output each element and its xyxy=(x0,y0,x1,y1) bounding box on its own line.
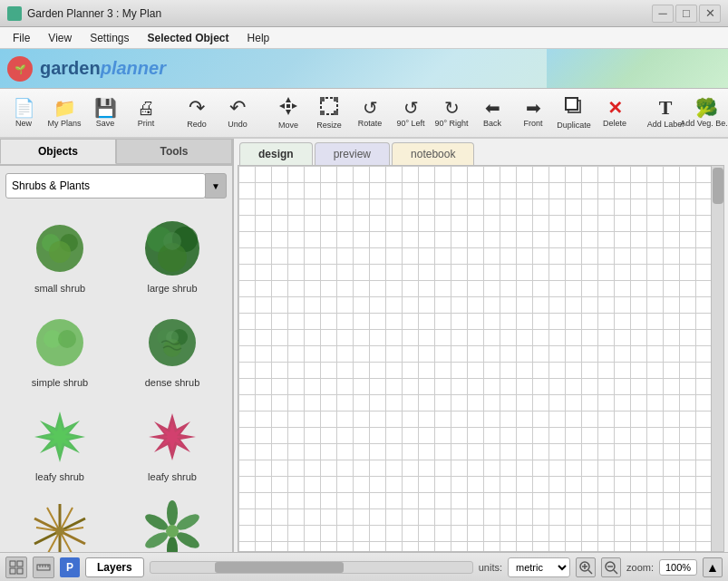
object-small-shrub[interactable]: small shrub xyxy=(5,209,114,300)
maximize-button[interactable]: □ xyxy=(675,5,697,23)
small-shrub-icon xyxy=(27,216,92,281)
horizontal-scrollbar[interactable] xyxy=(150,561,473,574)
delete-button[interactable]: ✕ Delete xyxy=(595,91,635,136)
tab-notebook[interactable]: notebook xyxy=(392,142,474,165)
menu-view[interactable]: View xyxy=(39,30,81,46)
save-button[interactable]: 💾 Save xyxy=(85,91,125,136)
move-icon xyxy=(278,96,298,119)
duplicate-button[interactable]: Duplicate xyxy=(554,91,594,136)
svg-rect-10 xyxy=(320,111,325,115)
spikey-plant-icon xyxy=(27,499,92,552)
print-button[interactable]: 🖨 Print xyxy=(126,91,166,136)
add-label-icon: T xyxy=(659,98,673,118)
undo-button[interactable]: ↶ Undo xyxy=(218,91,257,136)
tab-objects[interactable]: Objects xyxy=(0,139,116,164)
small-shrub-label: small shrub xyxy=(34,283,85,294)
rotate-right-button[interactable]: ↻ 90° Right xyxy=(432,91,471,136)
my-plans-label: My Plans xyxy=(47,119,81,128)
duplicate-icon xyxy=(564,96,584,119)
logo-badge: 🌱 xyxy=(7,56,33,82)
rotate-left-label: 90° Left xyxy=(396,119,424,128)
resize-icon xyxy=(319,96,339,119)
svg-text:🌱: 🌱 xyxy=(15,63,26,75)
svg-point-51 xyxy=(167,537,178,552)
menu-help[interactable]: Help xyxy=(238,30,279,46)
back-icon: ⬅ xyxy=(485,99,500,117)
zoom-step-button[interactable]: ▲ xyxy=(703,557,723,577)
vertical-scrollbar[interactable] xyxy=(711,166,723,551)
delete-icon: ✕ xyxy=(607,99,623,117)
units-select[interactable]: metric imperial xyxy=(508,557,570,577)
front-label: Front xyxy=(523,119,542,128)
toolbar-group-history: ↷ Redo ↶ Undo xyxy=(177,91,257,136)
main-area: Objects Tools Shrubs & Plants Trees Flow… xyxy=(0,139,728,552)
layers-button[interactable]: Layers xyxy=(85,557,144,577)
p-badge[interactable]: P xyxy=(60,557,80,577)
object-leafy-shrub-red[interactable]: leafy shrub xyxy=(118,398,227,489)
toolbar-group-file: 📄 New 📁 My Plans 💾 Save 🖨 Print xyxy=(4,91,166,136)
delete-label: Delete xyxy=(603,119,626,128)
large-shrub-label: large shrub xyxy=(147,283,197,294)
rotate-button[interactable]: ↺ Rotate xyxy=(350,91,390,136)
my-plans-button[interactable]: 📁 My Plans xyxy=(44,91,84,136)
svg-rect-58 xyxy=(17,568,23,574)
redo-icon: ↷ xyxy=(189,98,205,118)
zoom-out-button[interactable] xyxy=(601,557,621,577)
toolbar-group-transform: Move Resize ↺ Rotate ↺ 90° Left ↻ 90° Ri… xyxy=(268,91,635,136)
resize-button[interactable]: Resize xyxy=(309,91,349,136)
undo-icon: ↶ xyxy=(229,98,246,118)
ruler-icon[interactable] xyxy=(33,557,54,578)
object-plant[interactable]: plant xyxy=(118,492,227,552)
add-veg-button[interactable]: 🥦 Add Veg. Be... xyxy=(686,91,726,136)
svg-rect-13 xyxy=(566,98,578,110)
zoom-in-button[interactable] xyxy=(576,557,596,577)
rotate-icon: ↺ xyxy=(363,99,378,117)
svg-rect-57 xyxy=(10,568,15,574)
menu-file[interactable]: File xyxy=(4,30,39,46)
tab-tools[interactable]: Tools xyxy=(116,139,232,164)
tab-preview[interactable]: preview xyxy=(315,142,390,165)
view-tabs: design preview notebook xyxy=(234,139,728,165)
rotate-left-button[interactable]: ↺ 90° Left xyxy=(391,91,431,136)
svg-line-65 xyxy=(588,570,592,574)
object-leafy-shrub-green[interactable]: leafy shrub xyxy=(5,398,114,489)
object-simple-shrub[interactable]: simple shrub xyxy=(5,304,114,394)
minimize-button[interactable]: ─ xyxy=(652,5,674,23)
object-spikey-plant[interactable]: spikey plant xyxy=(5,492,114,552)
menu-selected-object[interactable]: Selected Object xyxy=(139,30,238,46)
zoom-label: zoom: xyxy=(626,562,654,573)
print-label: Print xyxy=(138,119,155,128)
menubar: File View Settings Selected Object Help xyxy=(0,27,728,49)
new-button[interactable]: 📄 New xyxy=(4,91,44,136)
save-label: Save xyxy=(96,119,115,128)
canvas-grid[interactable] xyxy=(238,166,723,551)
menu-settings[interactable]: Settings xyxy=(81,30,138,46)
redo-label: Redo xyxy=(187,120,207,129)
print-icon: 🖨 xyxy=(137,99,155,117)
svg-rect-11 xyxy=(334,111,338,115)
dropdown-arrow-icon[interactable]: ▼ xyxy=(205,173,227,199)
new-icon: 📄 xyxy=(13,99,35,117)
vertical-scrollbar-thumb[interactable] xyxy=(713,168,723,204)
tab-design[interactable]: design xyxy=(239,142,313,165)
back-button[interactable]: ⬅ Back xyxy=(472,91,512,136)
simple-shrub-label: simple shrub xyxy=(32,377,88,388)
dense-shrub-label: dense shrub xyxy=(145,377,200,388)
category-select[interactable]: Shrubs & Plants Trees Flowers Vegetables… xyxy=(5,173,206,199)
object-dense-shrub[interactable]: dense shrub xyxy=(118,304,227,394)
move-button[interactable]: Move xyxy=(268,91,308,136)
object-large-shrub[interactable]: large shrub xyxy=(118,209,227,300)
svg-marker-2 xyxy=(286,97,291,102)
grid-icon[interactable] xyxy=(5,557,27,578)
toolbar: 📄 New 📁 My Plans 💾 Save 🖨 Print ↷ Redo ↶… xyxy=(0,89,728,139)
front-button[interactable]: ➡ Front xyxy=(513,91,553,136)
add-veg-label: Add Veg. Be... xyxy=(680,119,728,128)
svg-point-54 xyxy=(166,525,179,537)
duplicate-label: Duplicate xyxy=(557,121,591,130)
horizontal-scrollbar-thumb[interactable] xyxy=(215,562,344,573)
redo-button[interactable]: ↷ Redo xyxy=(177,91,217,136)
add-label-button[interactable]: T Add Label xyxy=(645,91,685,136)
close-button[interactable]: ✕ xyxy=(699,5,721,23)
leafy-shrub-green-icon xyxy=(27,404,92,470)
canvas-area xyxy=(238,165,724,552)
